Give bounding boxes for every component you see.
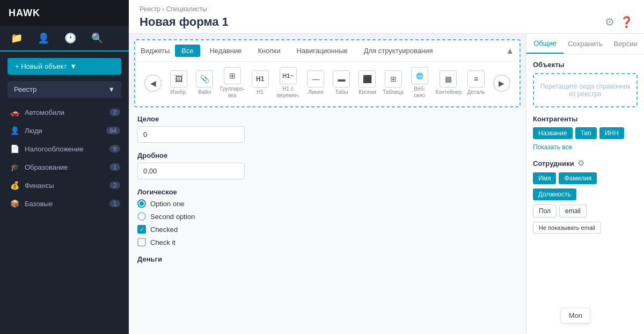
radio-checked-icon: [137, 199, 146, 208]
widget-image[interactable]: 🖼 Изобр.: [166, 68, 191, 98]
employees-tag-group2: Должность: [533, 188, 638, 200]
form-group-boolean: Логическое Option one Second option ✓: [137, 188, 517, 246]
tab-buttons[interactable]: Кнопки: [251, 45, 287, 57]
tag-position[interactable]: Должность: [533, 188, 576, 200]
widget-detail[interactable]: ≡ Деталь: [464, 68, 488, 98]
widget-nav-right[interactable]: ▶: [489, 72, 514, 94]
right-panel: Общие Сохранить Версии Объекты Перетащит…: [526, 34, 644, 334]
widget-container[interactable]: ▦ Контейнер: [434, 68, 463, 98]
mon-badge: Mon: [561, 308, 590, 323]
tab-all[interactable]: Все: [175, 45, 200, 57]
objects-drop-zone[interactable]: Перетащите сюда справочник из реестра: [533, 73, 638, 107]
sidebar-item-образование[interactable]: 🎓Образование1: [0, 158, 129, 176]
tag-gender[interactable]: Пол: [533, 205, 557, 217]
widget-webview[interactable]: 🌐 Веб-окно: [407, 65, 433, 101]
boolean-label: Логическое: [137, 188, 517, 196]
show-all-link[interactable]: Показать все: [533, 143, 638, 151]
registry-label: Реестр: [14, 85, 36, 93]
settings-icon[interactable]: ⚙: [605, 16, 614, 28]
page-title-row: Новая форма 1 ⚙ ❓: [140, 15, 633, 33]
radio-option-one[interactable]: Option one: [137, 199, 517, 208]
radio-group: Option one Second option ✓ Checked C: [137, 199, 517, 246]
sidebar-item-налогообложение[interactable]: 📄Налогообложение8: [0, 140, 129, 158]
money-label: Деньги: [137, 255, 517, 263]
nav-item-icon: 🎓: [10, 163, 19, 171]
widget-h1[interactable]: H1 Н1: [248, 68, 273, 98]
tag-firstname[interactable]: Имя: [533, 172, 556, 184]
tab-navigation[interactable]: Навигационные: [290, 45, 354, 57]
topbar: Реестр › Специалисты Новая форма 1 ⚙ ❓: [129, 0, 644, 34]
group-icon: ⊞: [224, 67, 241, 84]
counterparties-section-title: Контрагенты: [533, 115, 638, 123]
radio-second-option[interactable]: Second option: [137, 212, 517, 221]
objects-placeholder: Перетащите сюда справочник из реестра: [540, 83, 630, 98]
nav-item-icon: 💰: [10, 181, 19, 190]
widget-table[interactable]: ⊞ Таблица: [380, 68, 405, 98]
tag-no-email[interactable]: Не показывать email: [533, 222, 601, 234]
detail-icon: ≡: [467, 70, 485, 88]
nav-item-label: Налогообложение: [25, 145, 109, 153]
registry-selector[interactable]: Реестр ▼: [8, 81, 121, 98]
new-object-button[interactable]: + Новый объект ▼: [8, 58, 121, 75]
employees-settings-icon[interactable]: ⚙: [577, 158, 584, 168]
h1-icon: H1: [252, 70, 269, 88]
sidebar-item-базовые[interactable]: 📦Базовые1: [0, 194, 129, 213]
image-icon: 🖼: [170, 70, 187, 88]
search-icon[interactable]: 🔍: [89, 30, 105, 46]
clock-icon[interactable]: 🕐: [62, 30, 78, 46]
breadcrumb: Реестр › Специалисты: [140, 5, 633, 13]
main-area: Реестр › Специалисты Новая форма 1 ⚙ ❓ В…: [129, 0, 644, 334]
employees-section-title: Сотрудники: [533, 159, 574, 168]
tab-structure[interactable]: Для структуирования: [357, 45, 440, 57]
checkbox-check-it[interactable]: Check it: [137, 238, 517, 246]
right-arrow-icon: ▶: [493, 75, 510, 92]
folder-icon[interactable]: 📁: [9, 30, 25, 46]
tab-versions[interactable]: Версии: [607, 34, 644, 54]
radio-second-option-label: Second option: [150, 213, 195, 221]
integer-input[interactable]: [137, 126, 245, 143]
chevron-down-icon: ▼: [108, 85, 115, 93]
checkbox-check-it-label: Check it: [150, 238, 175, 246]
widget-icons-row: ◀ 🖼 Изобр. 📎 Файл ⊞ Группиро-вка: [135, 62, 519, 106]
nav-item-label: Базовые: [25, 200, 109, 208]
h1-var-icon: H1~: [280, 67, 297, 84]
checkbox-checked[interactable]: ✓ Checked: [137, 225, 517, 234]
tab-recent[interactable]: Недавние: [203, 45, 248, 57]
nav-item-icon: 🚗: [10, 108, 19, 117]
decimal-input[interactable]: [137, 163, 245, 179]
new-object-label: + Новый объект: [15, 62, 67, 70]
help-icon[interactable]: ❓: [620, 16, 633, 28]
tab-general[interactable]: Общие: [526, 34, 564, 54]
widget-file[interactable]: 📎 Файл: [192, 68, 217, 98]
collapse-widget-panel-button[interactable]: ▲: [506, 46, 514, 56]
table-icon: ⊞: [385, 70, 402, 88]
tag-lastname[interactable]: Фамилия: [559, 172, 597, 184]
tag-name[interactable]: Название: [533, 127, 573, 139]
sidebar-item-люди[interactable]: 👤Люди64: [0, 121, 129, 140]
right-panel-tabs: Общие Сохранить Версии: [526, 34, 644, 54]
webview-icon: 🌐: [411, 67, 428, 84]
app-logo: HAWK: [9, 8, 40, 19]
tag-inn[interactable]: ИНН: [599, 127, 624, 139]
sidebar-item-автомобили[interactable]: 🚗Автомобили2: [0, 103, 129, 121]
sidebar-item-финансы[interactable]: 💰Финансы2: [0, 176, 129, 194]
widget-group[interactable]: ⊞ Группиро-вка: [218, 65, 247, 101]
container-icon: ▦: [440, 70, 457, 88]
widget-nav-left[interactable]: ◀: [141, 72, 165, 94]
right-panel-body: Объекты Перетащите сюда справочник из ре…: [526, 54, 644, 334]
tag-type[interactable]: Тип: [575, 127, 597, 139]
tab-save[interactable]: Сохранить: [564, 34, 607, 54]
dropdown-arrow-icon: ▼: [70, 62, 77, 70]
employees-tag-group4: Не показывать email: [533, 222, 638, 234]
widget-line[interactable]: — Линия: [303, 68, 328, 98]
widget-button[interactable]: ⬛ Кнопки: [355, 68, 379, 98]
widget-h1-var[interactable]: H1~ Н1 с перемен.: [274, 65, 303, 101]
nav-item-label: Люди: [25, 127, 106, 135]
widget-tabs-w[interactable]: ▬ Табы: [329, 68, 354, 98]
tag-email[interactable]: email: [559, 205, 587, 217]
user-icon[interactable]: 👤: [35, 30, 52, 46]
form-canvas: Целое Дробное Логическое Option one: [129, 107, 526, 334]
form-editor: Виджеты Все Недавние Кнопки Навигационны…: [129, 34, 526, 334]
button-icon: ⬛: [358, 70, 376, 88]
form-group-integer: Целое: [137, 115, 517, 143]
